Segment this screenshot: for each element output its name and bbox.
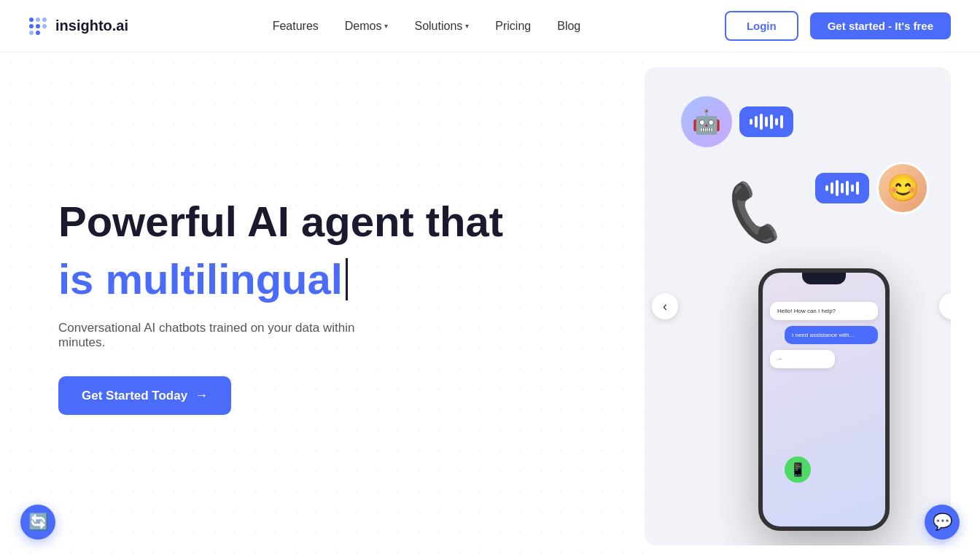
chat-message: Hello! How can I help? <box>770 302 878 320</box>
wave-bar <box>750 119 752 125</box>
wave-bar <box>765 117 768 127</box>
nav-links: Features Demos ▾ Solutions ▾ Pricing Blo… <box>273 20 581 33</box>
wave-bar <box>755 116 758 128</box>
person-avatar: 😊 <box>876 162 929 214</box>
phone-notch <box>802 273 846 284</box>
wave-bar <box>836 180 839 196</box>
wave-bar <box>846 181 849 195</box>
wave-bar <box>770 114 773 129</box>
wave-bar <box>780 115 783 128</box>
wave-bar <box>825 185 828 191</box>
phone-screen: Hello! How can I help? I need assistance… <box>763 273 885 526</box>
logo-icon <box>29 18 50 35</box>
sound-wave-indicator <box>739 106 793 137</box>
chevron-down-icon: ▾ <box>465 22 469 30</box>
phone-call-icon: 📞 <box>718 176 793 249</box>
nav-actions: Login Get started - It's free <box>725 11 951 41</box>
refresh-icon: 🔄 <box>28 513 48 532</box>
logo-dot <box>29 18 34 22</box>
hero-content: Powerful AI agent that is multilingual C… <box>0 52 645 560</box>
logo-dot <box>42 24 47 28</box>
chevron-down-icon: ▾ <box>384 22 388 30</box>
login-button[interactable]: Login <box>725 11 798 41</box>
arrow-right-icon: → <box>195 388 208 403</box>
logo-dot <box>36 18 40 22</box>
person-bubble: 😊 <box>815 162 929 214</box>
navigation: insighto.ai Features Demos ▾ Solutions ▾… <box>0 0 980 52</box>
brand-name: insighto.ai <box>55 18 128 34</box>
nav-item-demos[interactable]: Demos ▾ <box>345 20 389 33</box>
nav-item-features[interactable]: Features <box>273 20 319 33</box>
logo-dot <box>29 31 34 35</box>
get-started-nav-button[interactable]: Get started - It's free <box>810 12 951 39</box>
get-started-cta-button[interactable]: Get Started Today → <box>58 376 231 415</box>
logo-dot <box>29 24 34 28</box>
ai-agent-bubble: 🤖 <box>681 96 793 147</box>
active-indicator: 📱 <box>785 456 811 483</box>
chat-message-2: ··· <box>770 350 835 368</box>
slider-prev-button[interactable]: ‹ <box>652 293 678 319</box>
logo[interactable]: insighto.ai <box>29 18 128 35</box>
hero-subtitle: Conversational AI chatbots trained on yo… <box>58 321 365 350</box>
logo-dot <box>36 24 40 28</box>
logo-dot <box>42 18 47 22</box>
nav-item-pricing[interactable]: Pricing <box>495 20 531 33</box>
phone-content: Hello! How can I help? I need assistance… <box>763 273 885 526</box>
chat-widget-button[interactable]: 🔄 <box>20 505 55 540</box>
slider-next-button[interactable]: › <box>939 293 951 319</box>
phone-mockup: Hello! How can I help? I need assistance… <box>758 268 890 531</box>
sound-wave-indicator-2 <box>815 173 869 203</box>
wave-bar <box>841 183 844 193</box>
hero-section: Powerful AI agent that is multilingual C… <box>0 52 980 560</box>
hero-visual: 🤖 📞 😊 <box>645 67 951 545</box>
wave-bar <box>831 182 833 194</box>
ai-avatar: 🤖 <box>681 96 732 147</box>
logo-dot <box>36 31 40 35</box>
wave-bar <box>856 182 859 195</box>
nav-item-blog[interactable]: Blog <box>557 20 580 33</box>
hero-heading-line1: Powerful AI agent that <box>58 198 601 246</box>
support-chat-button[interactable]: 💬 <box>925 505 960 540</box>
text-cursor <box>346 258 348 300</box>
wave-bar <box>760 114 763 130</box>
wave-bar <box>775 118 778 125</box>
chat-icon: 💬 <box>933 513 952 532</box>
hero-heading-line2: is multilingual <box>58 255 601 304</box>
chat-reply: I need assistance with... <box>785 326 878 344</box>
wave-bar <box>851 184 854 192</box>
nav-item-solutions[interactable]: Solutions ▾ <box>414 20 469 33</box>
